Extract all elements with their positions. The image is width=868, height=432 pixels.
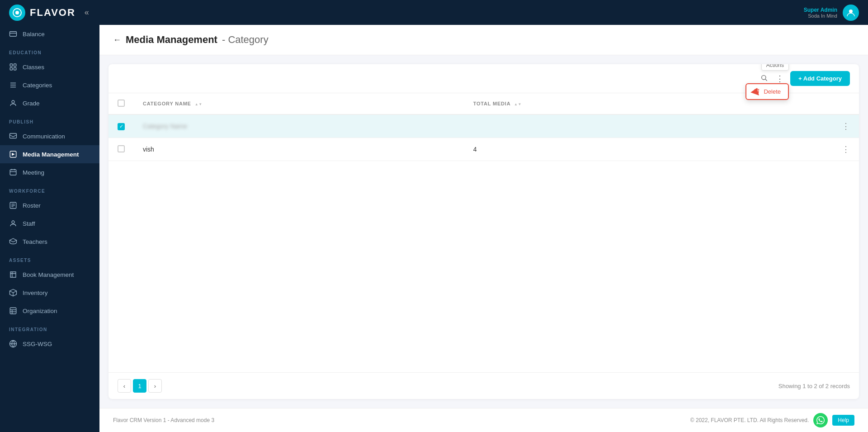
svg-rect-7: [10, 68, 12, 70]
footer-copyright: © 2022, FLAVOR PTE. LTD. All Rights Rese…: [690, 417, 809, 423]
svg-rect-3: [10, 32, 17, 37]
footer-right: © 2022, FLAVOR PTE. LTD. All Rights Rese…: [690, 413, 854, 427]
select-all-checkbox[interactable]: [118, 100, 125, 107]
svg-rect-5: [10, 64, 12, 66]
svg-point-26: [762, 75, 766, 79]
sidebar-item-ssg-wsg[interactable]: SSG-WSG: [0, 335, 99, 353]
sidebar-label-staff: Staff: [23, 220, 35, 227]
section-label-assets: ASSETS: [0, 251, 99, 266]
th-total-media-label: TOTAL MEDIA: [473, 101, 510, 106]
sidebar-label-ssg-wsg: SSG-WSG: [23, 341, 52, 347]
collapse-button[interactable]: «: [85, 8, 89, 17]
organization-icon: [9, 307, 17, 315]
section-label-integration: INTEGRATION: [0, 320, 99, 335]
back-button[interactable]: ←: [113, 35, 121, 45]
book-management-icon: [9, 271, 17, 279]
page-header: ← Media Management - Category: [99, 25, 868, 55]
row2-checkbox[interactable]: [118, 145, 125, 152]
sidebar-label-media-management: Media Management: [23, 151, 79, 158]
user-org: Soda In Mind: [804, 13, 837, 19]
add-category-button[interactable]: + Add Category: [790, 71, 850, 86]
section-label-publish: PUBLISH: [0, 112, 99, 127]
th-total-media: TOTAL MEDIA ▲▼: [464, 93, 748, 114]
showing-text: Showing 1 to 2 of 2 records: [778, 383, 850, 389]
row2-category-name: vish: [134, 138, 464, 161]
row1-checkbox[interactable]: ✓: [118, 123, 125, 130]
sidebar-item-grade[interactable]: Grade: [0, 94, 99, 112]
sidebar-label-classes: Classes: [23, 64, 44, 71]
sort-total-media[interactable]: ▲▼: [514, 103, 522, 106]
sidebar-item-teachers[interactable]: Teachers: [0, 233, 99, 251]
footer-version: Flavor CRM Version 1 - Advanced mode 3: [113, 417, 214, 423]
svg-rect-6: [14, 64, 16, 66]
help-button[interactable]: Help: [832, 415, 854, 426]
grade-icon: [9, 99, 17, 107]
svg-rect-8: [14, 68, 16, 70]
content-area: ← Media Management - Category Actions ⋮ …: [99, 25, 868, 432]
footer: Flavor CRM Version 1 - Advanced mode 3 ©…: [99, 408, 868, 432]
user-avatar[interactable]: [843, 5, 859, 21]
whatsapp-button[interactable]: [813, 413, 828, 427]
sidebar-item-classes[interactable]: Classes: [0, 58, 99, 76]
svg-point-2: [849, 9, 853, 13]
table-row: ✓ Category Name ⋮: [108, 114, 859, 138]
sort-category-name[interactable]: ▲▼: [195, 103, 203, 106]
page-title: Media Management: [126, 34, 217, 46]
sidebar-label-teachers: Teachers: [23, 238, 47, 245]
table-toolbar: Actions ⋮ + Add Category: [108, 64, 859, 93]
pagination: ‹ 1 › Showing 1 to 2 of 2 records: [108, 372, 859, 399]
sidebar-item-media-management[interactable]: Media Management: [0, 145, 99, 163]
user-area: Super Admin Soda In Mind: [804, 5, 859, 21]
classes-icon: [9, 63, 17, 71]
svg-point-1: [15, 11, 19, 14]
svg-point-20: [12, 221, 14, 223]
page-subtitle: - Category: [222, 34, 269, 46]
table-container: Actions ⋮ + Add Category: [108, 64, 859, 399]
sidebar: Balance EDUCATION Classes Categories: [0, 25, 99, 432]
sidebar-label-roster: Roster: [23, 202, 41, 209]
meeting-icon: [9, 168, 17, 176]
prev-page-button[interactable]: ‹: [118, 379, 131, 393]
logo-area: FLAVOR «: [9, 5, 89, 21]
sidebar-label-communication: Communication: [23, 133, 65, 140]
sidebar-item-balance[interactable]: Balance: [0, 25, 99, 43]
sidebar-item-book-management[interactable]: Book Management: [0, 266, 99, 284]
row2-actions-button[interactable]: ⋮: [842, 144, 850, 154]
sidebar-item-communication[interactable]: Communication: [0, 127, 99, 145]
sidebar-label-inventory: Inventory: [23, 290, 48, 296]
sidebar-item-organization[interactable]: Organization: [0, 302, 99, 320]
sidebar-label-organization: Organization: [23, 308, 57, 314]
svg-rect-22: [10, 308, 16, 314]
sidebar-item-meeting[interactable]: Meeting: [0, 163, 99, 181]
media-management-icon: [9, 150, 17, 158]
sidebar-item-inventory[interactable]: Inventory: [0, 284, 99, 302]
sidebar-label-balance: Balance: [23, 31, 45, 38]
staff-icon: [9, 219, 17, 228]
next-page-button[interactable]: ›: [148, 379, 162, 393]
main-layout: Balance EDUCATION Classes Categories: [0, 25, 868, 432]
teachers-icon: [9, 237, 17, 246]
sidebar-label-categories: Categories: [23, 82, 52, 89]
top-header: FLAVOR « Super Admin Soda In Mind: [0, 0, 868, 25]
table-row: vish 4 ⋮: [108, 138, 859, 161]
page-controls: ‹ 1 ›: [118, 379, 162, 393]
sidebar-label-grade: Grade: [23, 100, 40, 107]
sidebar-item-categories[interactable]: Categories: [0, 76, 99, 94]
th-category-name: CATEGORY NAME ▲▼: [134, 93, 464, 114]
row2-checkbox-cell: [108, 138, 134, 161]
row1-total-media: [464, 114, 748, 138]
row1-checkbox-cell: ✓: [108, 114, 134, 138]
sidebar-item-roster[interactable]: Roster: [0, 196, 99, 214]
page-1-button[interactable]: 1: [133, 379, 146, 393]
row1-actions-button[interactable]: ⋮: [842, 121, 850, 131]
categories-icon: [9, 81, 17, 89]
logo-text: FLAVOR: [30, 7, 75, 19]
section-label-workforce: WORKFORCE: [0, 181, 99, 196]
svg-point-9: [12, 100, 14, 103]
sidebar-item-staff[interactable]: Staff: [0, 214, 99, 233]
communication-icon: [9, 132, 17, 140]
roster-icon: [9, 201, 17, 209]
svg-line-27: [765, 79, 767, 81]
th-category-name-label: CATEGORY NAME: [143, 101, 191, 106]
sidebar-label-meeting: Meeting: [23, 169, 44, 176]
